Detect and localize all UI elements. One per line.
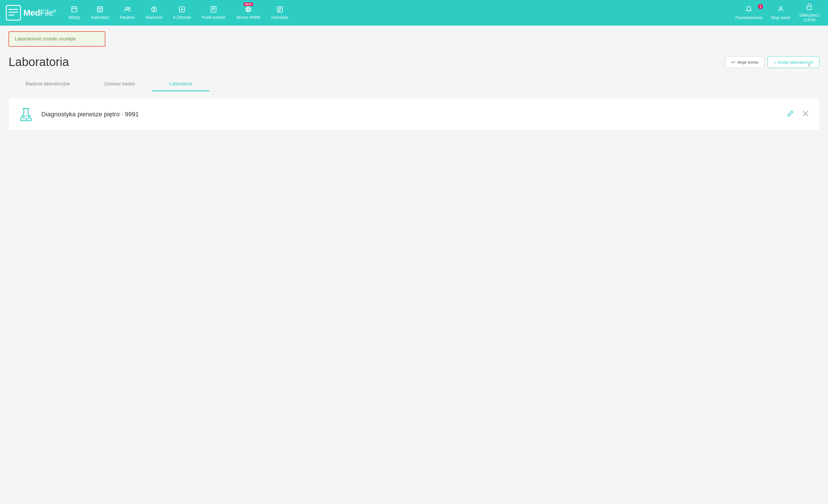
logo-med: Med [23, 8, 40, 17]
strona-www-icon [245, 6, 252, 14]
lab-list: Diagnostyka pierwsze piętro · 9991 [8, 98, 820, 131]
strona-www-label: Strona WWW [236, 15, 260, 19]
new-badge: NEW [244, 3, 253, 6]
nav-zabezpiecz[interactable]: Zabezpiecz 119:59 [796, 1, 822, 25]
lab-edit-button[interactable] [785, 108, 796, 121]
navbar: MedFile® Wizyty Kalendarz Pacjenci [0, 0, 828, 26]
nav-instrukcje[interactable]: Instrukcje [267, 4, 292, 22]
tab-zestawy[interactable]: Zestawy badań [87, 77, 152, 91]
back-arrow-icon: ↩ [732, 59, 735, 65]
logo-reg: ® [53, 9, 56, 13]
svg-point-14 [125, 7, 128, 9]
svg-point-37 [23, 117, 25, 119]
tabs: Badania laboratoryjne Zestawy badań Labo… [8, 77, 820, 91]
kalendarz-icon [96, 6, 104, 14]
nav-powiadomienia[interactable]: 1 Powiadomienia [733, 3, 765, 22]
svg-rect-0 [6, 5, 20, 20]
user-icon [777, 6, 784, 14]
logo-file: File [40, 8, 53, 17]
navbar-items: Wizyty Kalendarz Pacjenci Rachunki e-Zdr… [65, 4, 733, 22]
navbar-right: 1 Powiadomienia Moje konto Zabezpiecz 11… [733, 1, 822, 25]
tab-badania[interactable]: Badania laboratoryjne [8, 77, 87, 91]
back-button-text: Moje konto [738, 60, 758, 64]
svg-rect-4 [72, 7, 77, 12]
logo[interactable]: MedFile® [6, 5, 56, 21]
notification-badge: 1 [758, 4, 763, 9]
nav-pacjenci[interactable]: Pacjenci [116, 4, 139, 22]
alert-wrapper: Laboratorium zostało usunięte × [8, 31, 820, 47]
powiadomienia-label: Powiadomienia [736, 15, 762, 20]
main-content: Laboratorium zostało usunięte × Laborato… [0, 26, 828, 136]
svg-point-38 [26, 118, 27, 120]
nav-ezdrowie[interactable]: e-Zdrowie [169, 4, 195, 22]
nav-rachunki[interactable]: Rachunki [142, 4, 166, 22]
alert-close-button[interactable]: × [808, 62, 811, 68]
lock-icon [806, 3, 812, 12]
kalendarz-label: Kalendarz [91, 15, 109, 19]
alert-message: Laboratorium zostało usunięte [15, 36, 76, 42]
lab-flask-icon [17, 106, 35, 122]
alert-success: Laboratorium zostało usunięte [8, 31, 106, 47]
bell-icon [745, 6, 752, 14]
instrukcje-label: Instrukcje [271, 15, 288, 19]
punkt-pobran-icon [210, 6, 217, 14]
moje-konto-label: Moje konto [771, 15, 790, 20]
wizyty-icon [71, 6, 78, 14]
page-header: Laboratoria ↩ Moje konto + Dodaj laborat… [8, 55, 820, 69]
nav-strona-www[interactable]: NEW Strona WWW [232, 4, 264, 22]
nav-wizyty[interactable]: Wizyty [65, 4, 84, 22]
punkt-pobran-label: Punkt pobrań [202, 15, 225, 19]
lab-delete-button[interactable] [800, 108, 811, 120]
wizyty-label: Wizyty [69, 15, 80, 19]
svg-point-15 [128, 7, 130, 9]
nav-punkt-pobran[interactable]: Punkt pobrań [198, 4, 229, 22]
ezdrowie-icon [178, 6, 185, 14]
svg-point-25 [247, 7, 249, 12]
add-laboratory-button[interactable]: + Dodaj laboratorium [768, 56, 820, 68]
tab-badania-label: Badania laboratoryjne [26, 81, 70, 86]
instrukcje-icon [277, 6, 283, 14]
svg-rect-34 [807, 6, 812, 10]
pacjenci-icon [124, 6, 131, 14]
svg-point-24 [246, 7, 251, 12]
rachunki-label: Rachunki [146, 15, 162, 19]
lab-item-actions [785, 108, 811, 121]
page-title: Laboratoria [8, 55, 69, 69]
pacjenci-label: Pacjenci [120, 15, 135, 19]
lab-item: Diagnostyka pierwsze piętro · 9991 [8, 98, 820, 131]
svg-point-33 [780, 7, 782, 9]
nav-moje-konto[interactable]: Moje konto [768, 3, 793, 22]
tab-laboratoria[interactable]: Laboratoria [152, 77, 209, 91]
svg-point-39 [28, 117, 29, 118]
ezdrowie-label: e-Zdrowie [173, 15, 191, 19]
header-actions: ↩ Moje konto + Dodaj laboratorium [726, 56, 820, 68]
tab-laboratoria-label: Laboratoria [169, 81, 192, 86]
back-to-account-button[interactable]: ↩ Moje konto [726, 56, 764, 68]
rachunki-icon [151, 6, 157, 14]
zabezpiecz-label: Zabezpiecz 119:59 [799, 13, 820, 22]
lab-name: Diagnostyka pierwsze piętro · 9991 [41, 111, 778, 118]
tab-zestawy-label: Zestawy badań [104, 81, 135, 86]
nav-kalendarz[interactable]: Kalendarz [87, 4, 113, 22]
